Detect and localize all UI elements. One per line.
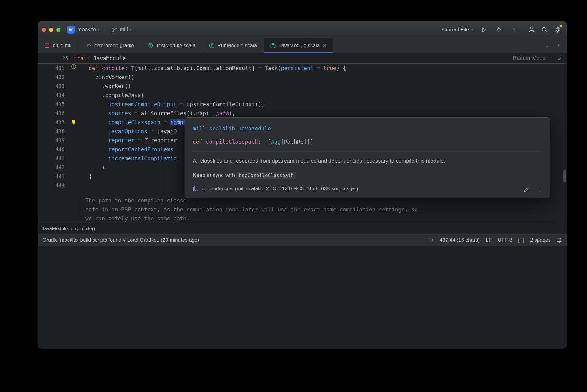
svg-point-1 <box>514 29 515 30</box>
quick-doc-popup: mill.scalalib.JavaModule def compileClas… <box>185 117 550 198</box>
scala-trait-icon: T <box>209 43 214 48</box>
project-selector[interactable]: M mockito ▾ <box>67 26 100 34</box>
settings-button[interactable] <box>553 26 561 34</box>
dots-vertical-icon <box>556 44 561 48</box>
debug-button[interactable] <box>495 26 503 34</box>
svg-text:T: T <box>211 44 213 47</box>
svg-point-15 <box>558 45 559 46</box>
separator <box>106 26 106 33</box>
svg-point-22 <box>540 191 540 191</box>
branch-selector[interactable]: mill ▾ <box>112 26 131 33</box>
gear-icon <box>554 26 561 33</box>
titlebar: M mockito ▾ mill ▾ Current File ▾ <box>38 21 567 38</box>
svg-point-21 <box>540 189 540 190</box>
search-button[interactable] <box>540 26 549 34</box>
pencil-icon <box>524 187 529 192</box>
typed-handler-badge[interactable]: [T] <box>518 237 524 243</box>
svg-point-16 <box>558 47 559 47</box>
file-icon <box>44 43 50 48</box>
breadcrumb-segment[interactable]: compile() <box>75 226 95 231</box>
window-close-button[interactable] <box>42 28 46 32</box>
svg-text:T: T <box>272 44 274 47</box>
dots-vertical-icon <box>512 27 516 32</box>
indent-visualizer-button[interactable] <box>428 237 434 243</box>
svg-rect-5 <box>45 44 49 48</box>
window-maximize-button[interactable] <box>56 28 60 32</box>
tab-label: build.mill <box>53 43 72 49</box>
breadcrumb-segment[interactable]: JavaModule <box>42 226 68 231</box>
chevron-down-icon: ▾ <box>130 28 131 32</box>
line-number: 431 <box>38 64 68 73</box>
intention-bulb-icon[interactable]: 💡 <box>71 118 77 127</box>
caret-position[interactable]: 437:44 (16 chars) <box>440 237 480 243</box>
jar-source-icon <box>193 186 199 192</box>
indent-setting[interactable]: 2 spaces <box>530 237 551 243</box>
source-location[interactable]: dependencies (mill-scalalib_2.13-0.12.0-… <box>202 184 358 193</box>
edit-source-button[interactable] <box>522 185 530 194</box>
person-add-icon <box>529 26 535 33</box>
svg-line-4 <box>546 31 547 32</box>
svg-text:T: T <box>149 44 151 47</box>
tab-testmodule[interactable]: T TestModule.scala <box>141 38 202 53</box>
breadcrumb[interactable]: JavaModule › compile() <box>38 223 567 234</box>
qualifier: mill.scalalib.JavaModule <box>193 124 542 133</box>
chevron-down-icon: ▾ <box>98 28 100 32</box>
line-separator[interactable]: LF <box>486 237 492 243</box>
window-minimize-button[interactable] <box>49 28 53 32</box>
tab-javamodule[interactable]: T JavaModule.scala ✕ <box>264 38 333 53</box>
file-encoding[interactable]: UTF-8 <box>498 237 512 243</box>
tab-build-mill[interactable]: build.mill <box>38 38 79 53</box>
sticky-context[interactable]: 25 trait JavaModule Reader Mode | <box>38 53 567 64</box>
project-badge-icon: M <box>67 26 75 34</box>
tab-errorprone-gradle[interactable]: errorprone.gradle <box>79 38 141 53</box>
override-gutter-icon[interactable] <box>71 64 76 69</box>
indent-icon <box>428 237 434 243</box>
chevron-down-icon: ⌄ <box>546 44 549 48</box>
bug-icon <box>496 27 502 33</box>
dots-vertical-icon <box>538 188 542 192</box>
run-config-selector[interactable]: Current File ▾ <box>442 27 473 33</box>
svg-rect-19 <box>195 186 198 190</box>
signature: def compileClasspath: T[Agg[PathRef]] <box>193 137 542 146</box>
play-icon <box>481 27 487 32</box>
project-name: mockito <box>77 26 96 33</box>
popup-more-button[interactable] <box>536 185 544 194</box>
scala-trait-icon: T <box>148 43 153 48</box>
tab-runmodule[interactable]: T RunModule.scala <box>202 38 264 53</box>
inspection-ok-icon[interactable] <box>557 55 563 61</box>
run-button[interactable] <box>480 26 488 34</box>
sticky-line-number: 25 <box>38 55 74 61</box>
scala-trait-icon: T <box>270 43 276 48</box>
status-bar: Gradle 'mockito' build scripts found // … <box>38 234 567 246</box>
status-message[interactable]: Gradle 'mockito' build scripts found // … <box>42 237 199 243</box>
type-name: JavaModule <box>93 55 126 61</box>
window-controls <box>42 28 60 32</box>
code-with-me-button[interactable] <box>528 26 536 34</box>
bell-icon <box>557 237 562 243</box>
search-icon <box>541 26 548 33</box>
more-actions-button[interactable] <box>510 26 518 34</box>
notifications-button[interactable] <box>557 237 562 243</box>
svg-point-14 <box>558 44 559 44</box>
git-branch-icon <box>112 27 117 32</box>
scrollbar-thumb[interactable] <box>563 170 566 182</box>
svg-point-0 <box>514 28 515 29</box>
run-config-name: Current File <box>442 27 469 33</box>
editor-tabs: build.mill errorprone.gradle T TestModul… <box>38 38 567 53</box>
update-available-dot <box>560 25 562 27</box>
close-tab-button[interactable]: ✕ <box>323 43 327 48</box>
tab-label: RunModule.scala <box>217 43 257 49</box>
gradle-icon <box>86 43 91 48</box>
branch-name: mill <box>120 26 128 33</box>
tabs-dropdown-button[interactable]: ⌄ <box>543 41 551 50</box>
linked-symbol-chip[interactable]: bspCompileClasspath <box>236 172 296 179</box>
svg-point-2 <box>514 31 515 32</box>
tabs-more-button[interactable] <box>554 41 563 50</box>
tab-label: JavaModule.scala <box>279 43 320 49</box>
reader-mode-label[interactable]: Reader Mode <box>513 55 546 61</box>
doc-description: All classfiles and resources from upstre… <box>193 156 542 165</box>
keyword: trait <box>74 55 90 61</box>
tab-label: TestModule.scala <box>156 43 195 49</box>
tab-label: errorprone.gradle <box>94 43 134 49</box>
chevron-down-icon: ▾ <box>471 28 473 32</box>
